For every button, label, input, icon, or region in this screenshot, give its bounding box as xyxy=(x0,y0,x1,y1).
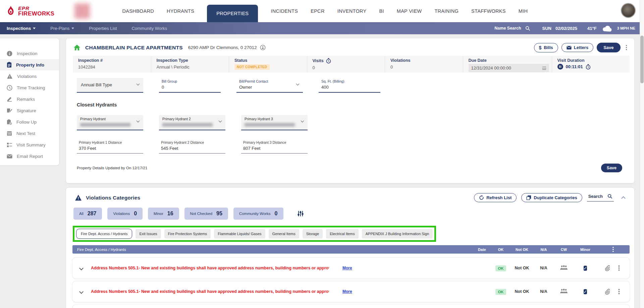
refresh-list-button[interactable]: Refresh List xyxy=(474,193,517,202)
letters-button[interactable]: Letters xyxy=(561,43,593,52)
name-search-button[interactable]: Name Search xyxy=(494,26,521,31)
violations-categories-card: Violations Categories Refresh List Dupli… xyxy=(66,187,635,308)
scrollbar-thumb[interactable] xyxy=(640,36,644,83)
user-avatar[interactable] xyxy=(621,3,635,17)
cw-group-icon[interactable] xyxy=(560,289,568,295)
sidebar-item-remarks[interactable]: Remarks xyxy=(0,93,59,105)
tab-fire-protection-systems[interactable]: Fire Protection Systems xyxy=(164,229,211,238)
refresh-icon xyxy=(479,195,484,200)
due-date-input[interactable]: 12/31/2024 00:00:00 xyxy=(469,64,549,72)
expand-chevron-icon[interactable] xyxy=(79,290,84,294)
sqft-billing-field[interactable]: Sq. Ft. (Billing) 400 xyxy=(319,78,380,93)
tab-storage[interactable]: Storage xyxy=(303,229,323,238)
annual-bill-type-select[interactable]: Annual Bill Type xyxy=(77,78,143,93)
envelope-icon xyxy=(567,46,572,50)
sidebar-item-follow-up[interactable]: Follow Up xyxy=(0,116,59,128)
bills-button[interactable]: $ Bills xyxy=(534,43,558,52)
search-icon[interactable] xyxy=(525,26,530,31)
tab-flammable-liquids-gases[interactable]: Flammable Liquids/ Gases xyxy=(214,229,265,238)
sidebar-item-next-test[interactable]: Next Test xyxy=(0,128,59,139)
col-cw: CW xyxy=(561,248,567,252)
subnav-preplans[interactable]: Pre-Plans xyxy=(50,26,74,31)
search-input[interactable]: Search xyxy=(587,194,614,202)
counter-minor[interactable]: Minor 16 xyxy=(148,208,179,220)
subnav-community-works[interactable]: Community Works xyxy=(131,26,167,31)
subnav-properties-list[interactable]: Properties List xyxy=(89,26,117,31)
sidebar-item-signature[interactable]: Signature xyxy=(0,105,59,116)
na-option[interactable]: N/A xyxy=(540,266,547,270)
nav-bi[interactable]: BI xyxy=(379,8,384,14)
more-link[interactable]: More xyxy=(342,289,352,294)
counter-violations[interactable]: Violations 0 xyxy=(107,208,143,220)
nav-properties[interactable]: PROPERTIES xyxy=(207,5,258,22)
collapse-chevron-up-icon[interactable] xyxy=(621,196,626,201)
duplicate-categories-button[interactable]: Duplicate Categories xyxy=(521,193,582,202)
nav-staffworks[interactable]: STAFFWORKS xyxy=(471,8,506,14)
ok-badge[interactable]: OK xyxy=(495,289,506,295)
sidebar-item-email-report[interactable]: Email Report xyxy=(0,150,59,162)
stopwatch-icon[interactable] xyxy=(326,58,331,63)
kebab-menu-icon[interactable] xyxy=(616,264,622,272)
bill-group-field[interactable]: Bill Group 0 xyxy=(159,78,221,93)
minor-checkbox[interactable]: ✓ xyxy=(584,266,587,271)
nav-mih[interactable]: MIH xyxy=(519,8,528,14)
search-icon[interactable] xyxy=(607,194,612,199)
not-ok-option[interactable]: Not OK xyxy=(515,266,529,270)
nav-map-view[interactable]: MAP VIEW xyxy=(397,8,422,14)
paperclip-icon[interactable] xyxy=(605,265,610,271)
expand-chevron-icon[interactable] xyxy=(79,266,84,270)
na-option[interactable]: N/A xyxy=(540,289,547,294)
kebab-menu-icon[interactable] xyxy=(610,246,616,254)
filter-sliders-icon[interactable] xyxy=(298,210,304,217)
counter-all[interactable]: All 287 xyxy=(73,208,102,220)
stopwatch-icon[interactable] xyxy=(586,64,591,70)
tab-general-items[interactable]: General Items xyxy=(269,229,299,238)
redacted-hydrant-value xyxy=(245,123,295,127)
col-not-ok: Not OK xyxy=(516,248,528,252)
save-button[interactable]: Save xyxy=(597,43,620,52)
primary-hydrant-select[interactable]: Primary Hydrant xyxy=(77,115,143,130)
violation-counters: All 287 Violations 0 Minor 16 Not Checke… xyxy=(73,208,634,220)
minor-checkbox[interactable]: ✓ xyxy=(584,289,587,294)
nav-training[interactable]: TRAINING xyxy=(434,8,459,14)
tab-appendix-j[interactable]: APPENDIX J Building Information Sign xyxy=(362,229,433,238)
sidebar-item-property-info[interactable]: Property Info xyxy=(0,59,59,71)
pause-icon[interactable] xyxy=(557,64,563,70)
nav-dashboard[interactable]: DASHBOARD xyxy=(122,8,154,14)
kebab-menu-icon[interactable] xyxy=(616,288,622,296)
nav-epcr[interactable]: EPCR xyxy=(311,8,325,14)
kebab-menu-icon[interactable] xyxy=(624,44,629,52)
field-violations: Violations 0 xyxy=(385,56,463,73)
counter-community-works[interactable]: Community Works 0 xyxy=(233,208,283,220)
subnav-inspections[interactable]: Inspections xyxy=(7,26,36,31)
tab-exit-issues[interactable]: Exit Issues xyxy=(136,229,161,238)
tab-electrical-items[interactable]: Electrical Items xyxy=(326,229,359,238)
tab-fire-dept-access[interactable]: Fire Dept. Access / Hydrants xyxy=(76,229,132,239)
nav-hydrants[interactable]: HYDRANTS xyxy=(167,8,194,14)
nav-inventory[interactable]: INVENTORY xyxy=(337,8,367,14)
sidebar-item-time-tracking[interactable]: Time Tracking xyxy=(0,82,59,93)
paperclip-icon[interactable] xyxy=(605,289,610,295)
page-scrollbar[interactable] xyxy=(640,0,644,308)
sub-nav: Inspections Pre-Plans Properties List Co… xyxy=(0,22,644,34)
violation-row: Address Numbers 505.1- New and existing … xyxy=(72,305,630,308)
bill-permit-contact-select[interactable]: Bill/Permit Contact Owner xyxy=(236,78,303,93)
ok-badge[interactable]: OK xyxy=(495,265,506,271)
sidebar-item-visit-summary[interactable]: Visit Summary xyxy=(0,139,59,150)
nav-incidents[interactable]: INCIDENTS xyxy=(271,8,298,14)
not-ok-option[interactable]: Not OK xyxy=(515,289,529,294)
cw-group-icon[interactable] xyxy=(560,265,568,271)
more-link[interactable]: More xyxy=(342,266,352,270)
primary-hydrant-2-select[interactable]: Primary Hydrant 2 xyxy=(159,115,225,130)
save-button[interactable]: Save xyxy=(601,164,622,172)
clock-icon xyxy=(7,85,12,91)
sidebar-item-inspection[interactable]: Inspection xyxy=(0,48,59,59)
primary-hydrant-3-select[interactable]: Primary Hydrant 3 xyxy=(241,115,308,130)
street-view-icon[interactable] xyxy=(260,45,266,50)
hydrant-2-distance-field[interactable]: Primary Hydrant 2 Distance 545 Feet xyxy=(159,140,225,153)
sidebar-item-violations[interactable]: Violations xyxy=(0,71,59,82)
hydrant-3-distance-field[interactable]: Primary Hydrant 3 Distance 807 Feet xyxy=(241,140,308,153)
counter-not-checked[interactable]: Not Checked 95 xyxy=(184,208,228,220)
calendar-icon[interactable] xyxy=(542,66,546,70)
hydrant-1-distance-field[interactable]: Primary Hydrant 1 Distance 370 Feet xyxy=(77,140,143,153)
